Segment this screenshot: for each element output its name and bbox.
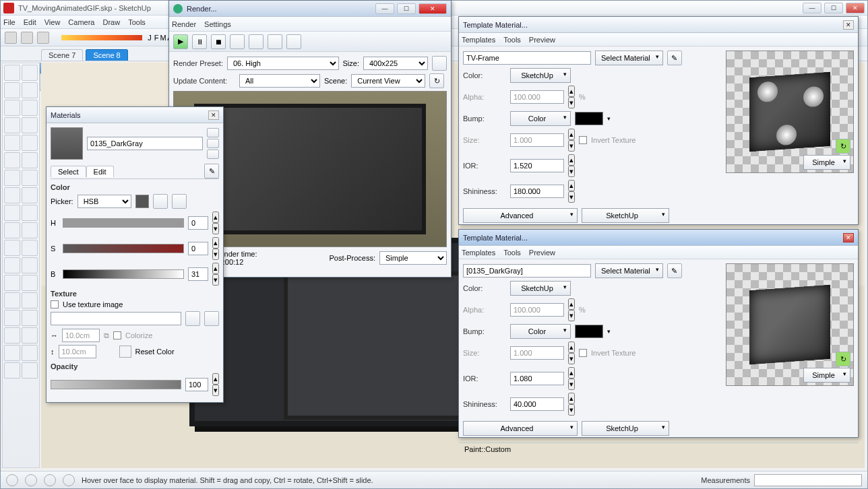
opacity-input[interactable] — [185, 378, 208, 391]
tm1-select-material[interactable]: Select Material — [595, 51, 663, 65]
walk-tool[interactable] — [22, 292, 38, 308]
scene-tab-active[interactable]: Scene 8 — [86, 49, 127, 61]
render-titlebar[interactable]: Render... — ☐ ✕ — [169, 1, 451, 17]
position-camera-tool[interactable] — [22, 275, 38, 291]
render-close-button[interactable]: ✕ — [418, 3, 447, 14]
tool[interactable] — [22, 345, 38, 361]
spin-up[interactable]: ▴ — [212, 373, 219, 385]
tape-tool[interactable] — [22, 187, 38, 203]
render-tool-button[interactable] — [230, 34, 245, 49]
tm2-bump-color[interactable] — [575, 325, 603, 338]
tm2-invert-checkbox[interactable] — [579, 349, 587, 357]
render-menu-settings[interactable]: Settings — [204, 20, 231, 28]
tm1-ior-input[interactable] — [510, 159, 564, 172]
tm2-ior-input[interactable] — [510, 372, 564, 385]
spin-down[interactable]: ▾ — [212, 385, 219, 396]
rect-tool[interactable] — [22, 100, 38, 116]
materials-titlebar[interactable]: Materials ✕ — [46, 107, 223, 123]
texture-path-input[interactable] — [51, 312, 181, 325]
spin-down[interactable]: ▾ — [212, 249, 219, 260]
render-stop-button[interactable]: ⏹ — [211, 34, 226, 49]
add-material-button[interactable] — [207, 139, 219, 148]
tool[interactable] — [4, 310, 20, 326]
paint-tool[interactable] — [4, 82, 20, 98]
render-tool-button[interactable] — [249, 34, 264, 49]
texture-width-input[interactable] — [62, 329, 100, 342]
render-refresh-button[interactable]: ↻ — [429, 73, 444, 88]
line-tool[interactable] — [22, 82, 38, 98]
tm1-size-input[interactable] — [510, 133, 564, 147]
create-material-button[interactable] — [207, 128, 219, 137]
render-menu-render[interactable]: Render — [172, 20, 196, 28]
menu-file[interactable]: File — [3, 18, 16, 26]
tm1-menu-templates[interactable]: Templates — [462, 36, 495, 44]
axes-tool[interactable] — [22, 205, 38, 221]
spin-up[interactable]: ▴ — [212, 263, 219, 274]
text-tool[interactable] — [22, 222, 38, 238]
match-color-icon[interactable] — [153, 194, 168, 209]
render-max-button[interactable]: ☐ — [397, 3, 416, 14]
menu-camera[interactable]: Camera — [68, 18, 94, 26]
pan-tool[interactable] — [4, 257, 20, 273]
tm2-bump-select[interactable]: Color — [510, 324, 571, 339]
render-play-button[interactable]: ▶ — [173, 34, 188, 49]
toolbar-icon[interactable] — [37, 32, 49, 44]
spin-up[interactable]: ▴ — [212, 211, 219, 223]
materials-tab-edit[interactable]: Edit — [86, 166, 114, 177]
tm2-select-material[interactable]: Select Material — [595, 263, 663, 278]
render-size-btn[interactable] — [432, 56, 447, 71]
eraser-tool[interactable] — [22, 65, 38, 81]
tm2-color-select[interactable]: SketchUp — [510, 281, 571, 296]
rotate-tool[interactable] — [4, 152, 20, 168]
dimension-tool[interactable] — [4, 222, 20, 238]
tm1-titlebar[interactable]: Template Material... ✕ — [459, 17, 858, 33]
tm1-name-input[interactable] — [463, 51, 591, 65]
zoom-tool[interactable] — [22, 257, 38, 273]
set-default-button[interactable] — [207, 150, 219, 159]
update-content-select[interactable]: All — [239, 74, 320, 88]
tm1-alpha-input[interactable] — [510, 90, 564, 104]
arc-tool[interactable] — [4, 100, 20, 116]
shadow-timeline[interactable] — [61, 35, 142, 40]
tm2-titlebar[interactable]: Template Material... ✕ — [459, 230, 858, 246]
colorize-checkbox[interactable] — [113, 331, 121, 339]
render-min-button[interactable]: — — [375, 3, 394, 14]
menu-view[interactable]: View — [44, 18, 61, 26]
toolbar-icon[interactable] — [21, 32, 33, 44]
match-screen-icon[interactable] — [172, 194, 187, 209]
measurements-input[interactable] — [754, 474, 862, 486]
tm1-color-select[interactable]: SketchUp — [510, 68, 571, 83]
tm1-shin-input[interactable] — [510, 185, 564, 198]
material-swatch[interactable] — [51, 127, 83, 160]
spin-down[interactable]: ▾ — [212, 274, 219, 286]
opacity-slider[interactable] — [51, 380, 181, 389]
tool[interactable] — [4, 345, 20, 361]
spin-up[interactable]: ▴ — [212, 237, 219, 249]
picker-select[interactable]: HSB — [78, 195, 131, 208]
followme-tool[interactable] — [22, 170, 38, 186]
tm2-menu-tools[interactable]: Tools — [503, 249, 521, 257]
tm2-menu-templates[interactable]: Templates — [462, 249, 495, 257]
freehand-tool[interactable] — [4, 135, 20, 151]
orbit-tool[interactable] — [22, 240, 38, 256]
menu-edit[interactable]: Edit — [24, 18, 36, 26]
zoom-extents-tool[interactable] — [4, 275, 20, 291]
tool[interactable] — [22, 310, 38, 326]
render-scene-select[interactable]: Current View — [351, 74, 425, 88]
menu-draw[interactable]: Draw — [102, 18, 120, 26]
render-tool-button[interactable] — [286, 34, 301, 49]
sb-icon[interactable] — [44, 474, 56, 486]
tm1-bump-color[interactable] — [575, 112, 603, 125]
tm2-menu-preview[interactable]: Preview — [529, 249, 555, 257]
offset-tool[interactable] — [4, 187, 20, 203]
tm2-refresh-preview[interactable]: ↻ — [836, 352, 850, 366]
tm1-advanced-select[interactable]: Advanced — [463, 208, 578, 223]
tm2-advanced-select[interactable]: Advanced — [463, 421, 578, 436]
edit-texture-button[interactable] — [204, 311, 219, 326]
materials-tab-select[interactable]: Select — [51, 166, 86, 177]
tm2-name-input[interactable] — [463, 264, 591, 278]
protractor-tool[interactable] — [4, 205, 20, 221]
section-tool[interactable] — [4, 240, 20, 256]
eyedropper-icon[interactable]: ✎ — [667, 263, 682, 278]
eyedropper-icon[interactable]: ✎ — [667, 51, 682, 65]
